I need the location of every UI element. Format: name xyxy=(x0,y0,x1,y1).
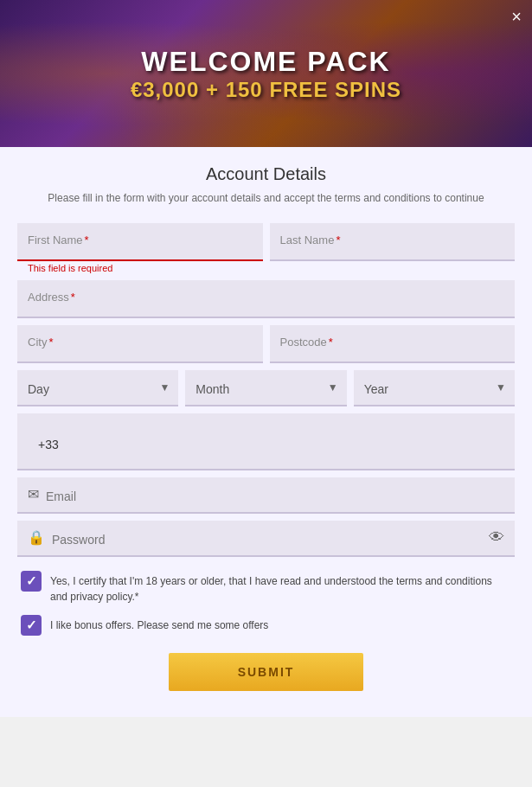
address-row: Address* xyxy=(17,280,515,318)
postcode-input[interactable] xyxy=(270,325,516,363)
city-input[interactable] xyxy=(17,325,263,363)
city-field: City* xyxy=(17,325,263,363)
checkbox-section: ✓ Yes, I certify that I'm 18 years or ol… xyxy=(17,571,515,636)
last-name-field: Last Name* xyxy=(270,223,516,273)
terms-checkmark-icon: ✓ xyxy=(26,573,37,589)
password-input[interactable] xyxy=(52,521,489,555)
address-input[interactable] xyxy=(17,280,515,318)
postcode-field: Postcode* xyxy=(270,325,516,363)
bonus-checkmark-icon: ✓ xyxy=(26,617,37,633)
banner: WELCOME PACK €3,000 + 150 FREE SPINS xyxy=(0,0,532,147)
first-name-error: This field is required xyxy=(17,263,263,273)
last-name-input[interactable] xyxy=(270,223,516,261)
bonus-checkbox[interactable]: ✓ xyxy=(21,615,42,636)
email-input[interactable] xyxy=(46,477,504,512)
bonus-checkbox-row: ✓ I like bonus offers. Please send me so… xyxy=(21,615,511,636)
phone-input[interactable] xyxy=(28,425,504,460)
section-subtitle: Please fill in the form with your accoun… xyxy=(17,191,515,206)
name-row: First Name* This field is required Last … xyxy=(17,223,515,273)
terms-checkbox-row: ✓ Yes, I certify that I'm 18 years or ol… xyxy=(21,571,511,605)
password-row: 🔒 👁 xyxy=(17,521,515,557)
year-select[interactable]: Year xyxy=(354,370,515,405)
year-select-wrapper: Year ▼ xyxy=(354,370,515,406)
terms-checkbox[interactable]: ✓ xyxy=(21,571,42,592)
eye-icon[interactable]: 👁 xyxy=(489,528,504,547)
email-row: ✉ xyxy=(17,477,515,514)
month-select[interactable]: Month xyxy=(185,370,346,405)
email-icon: ✉ xyxy=(28,486,39,502)
submit-button[interactable]: SUBMIT xyxy=(169,653,364,691)
banner-title: WELCOME PACK xyxy=(141,46,390,78)
terms-label: Yes, I certify that I'm 18 years or olde… xyxy=(50,571,511,605)
close-button[interactable]: × xyxy=(511,7,522,27)
address-field: Address* xyxy=(17,280,515,318)
section-title: Account Details xyxy=(17,164,515,184)
day-select[interactable]: Day xyxy=(17,370,178,405)
dob-row: Day ▼ Month ▼ Year ▼ xyxy=(17,370,515,406)
day-select-wrapper: Day ▼ xyxy=(17,370,178,406)
registration-modal: × WELCOME PACK €3,000 + 150 FREE SPINS A… xyxy=(0,0,532,717)
lock-icon: 🔒 xyxy=(28,529,45,546)
first-name-field: First Name* This field is required xyxy=(17,223,263,273)
phone-field xyxy=(17,413,515,470)
form-section: Account Details Please fill in the form … xyxy=(0,147,532,717)
first-name-input[interactable] xyxy=(17,223,263,261)
city-postcode-row: City* Postcode* xyxy=(17,325,515,363)
phone-row xyxy=(17,413,515,470)
month-select-wrapper: Month ▼ xyxy=(185,370,346,406)
bonus-label: I like bonus offers. Please send me some… xyxy=(50,615,268,633)
submit-row: SUBMIT xyxy=(17,653,515,691)
banner-subtitle: €3,000 + 150 FREE SPINS xyxy=(131,78,401,102)
